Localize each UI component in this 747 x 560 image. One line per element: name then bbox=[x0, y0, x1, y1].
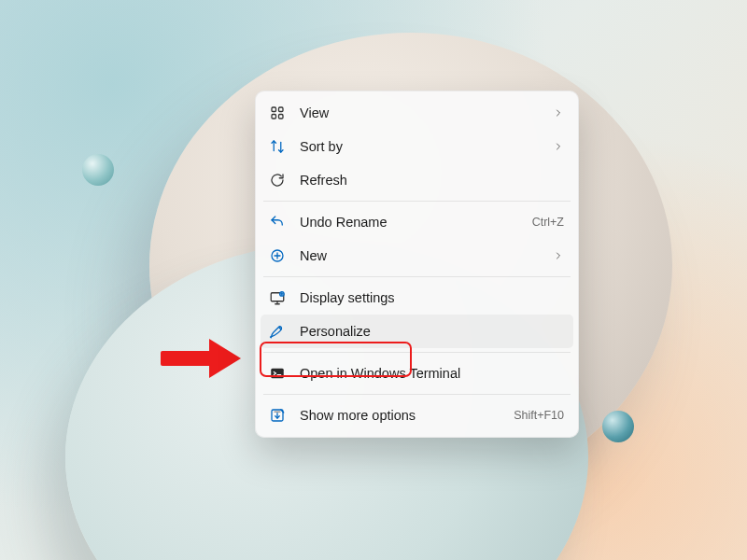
sort-icon bbox=[268, 137, 287, 156]
menu-item-label: New bbox=[300, 248, 553, 263]
menu-item-new[interactable]: New bbox=[261, 239, 573, 273]
menu-item-label: View bbox=[300, 105, 553, 120]
menu-separator bbox=[263, 394, 571, 395]
wallpaper-shape bbox=[82, 154, 114, 186]
display-settings-icon bbox=[268, 288, 287, 307]
menu-item-label: Show more options bbox=[300, 408, 514, 423]
svg-rect-1 bbox=[279, 107, 284, 112]
menu-item-display-settings[interactable]: Display settings bbox=[261, 281, 573, 315]
chevron-right-icon bbox=[553, 107, 564, 119]
menu-item-shortcut: Ctrl+Z bbox=[532, 216, 564, 229]
menu-item-label: Personalize bbox=[300, 324, 564, 339]
undo-icon bbox=[268, 213, 287, 231]
menu-item-label: Display settings bbox=[300, 290, 564, 305]
menu-item-show-more-options[interactable]: Show more optionsShift+F10 bbox=[261, 399, 573, 432]
refresh-icon bbox=[268, 171, 287, 189]
menu-item-label: Refresh bbox=[300, 173, 564, 188]
desktop-wallpaper[interactable]: ViewSort byRefreshUndo RenameCtrl+ZNewDi… bbox=[0, 0, 747, 560]
chevron-right-icon bbox=[553, 250, 564, 261]
desktop-context-menu: ViewSort byRefreshUndo RenameCtrl+ZNewDi… bbox=[255, 91, 579, 438]
menu-item-open-in-windows-terminal[interactable]: Open in Windows Terminal bbox=[261, 357, 573, 390]
menu-item-shortcut: Shift+F10 bbox=[514, 409, 564, 422]
menu-item-refresh[interactable]: Refresh bbox=[261, 163, 573, 197]
svg-rect-2 bbox=[272, 115, 276, 119]
menu-item-view[interactable]: View bbox=[261, 96, 573, 130]
personalize-icon bbox=[268, 322, 287, 341]
menu-item-label: Undo Rename bbox=[300, 215, 532, 230]
svg-rect-0 bbox=[272, 107, 276, 112]
svg-rect-7 bbox=[271, 369, 284, 379]
grid-icon bbox=[268, 104, 287, 122]
menu-item-label: Open in Windows Terminal bbox=[300, 366, 564, 381]
menu-item-sort-by[interactable]: Sort by bbox=[261, 130, 573, 163]
menu-separator bbox=[263, 352, 571, 353]
terminal-icon bbox=[268, 364, 287, 383]
chevron-right-icon bbox=[553, 141, 564, 152]
annotation-arrow bbox=[161, 339, 249, 376]
menu-separator bbox=[263, 201, 571, 202]
menu-item-label: Sort by bbox=[300, 139, 553, 154]
menu-separator bbox=[263, 276, 571, 277]
show-more-icon bbox=[268, 406, 287, 425]
new-icon bbox=[268, 246, 287, 265]
menu-item-personalize[interactable]: Personalize bbox=[261, 315, 573, 348]
svg-rect-3 bbox=[279, 115, 284, 119]
menu-item-undo-rename[interactable]: Undo RenameCtrl+Z bbox=[261, 205, 573, 239]
wallpaper-shape bbox=[602, 411, 634, 442]
